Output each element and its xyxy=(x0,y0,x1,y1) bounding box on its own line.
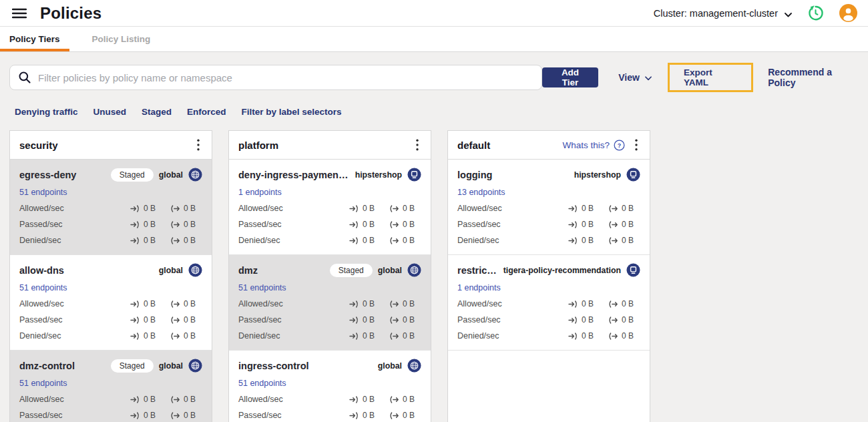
metric-ingress-value: 0 B xyxy=(349,220,381,229)
cluster-selector[interactable]: Cluster: management-cluster xyxy=(654,7,792,19)
ingress-arrow-icon xyxy=(568,300,578,308)
endpoints-link[interactable]: 51 endpoints xyxy=(19,379,67,388)
egress-arrow-icon xyxy=(170,316,180,324)
metric-row: Passed/sec 0 B 0 B xyxy=(457,219,640,230)
metric-egress-value: 0 B xyxy=(608,220,640,229)
view-dropdown-button[interactable]: View xyxy=(618,72,652,83)
policy-card-dmz-control[interactable]: dmz-controlStagedglobal 51 endpointsAllo… xyxy=(10,351,212,422)
egress-arrow-icon xyxy=(170,333,180,340)
policy-card-logging[interactable]: logginghipstershop 13 endpointsAllowed/s… xyxy=(448,160,650,255)
metric-ingress-value: 0 B xyxy=(130,411,162,420)
tier-column-default: defaultWhats this? ? logginghipstershop … xyxy=(447,130,650,422)
tier-menu-button[interactable] xyxy=(194,138,202,152)
tab-policy-listing[interactable]: Policy Listing xyxy=(83,27,160,51)
history-icon[interactable] xyxy=(807,4,825,22)
endpoints-link[interactable]: 13 endpoints xyxy=(457,188,505,197)
metric-ingress-value: 0 B xyxy=(568,204,600,213)
ingress-arrow-icon xyxy=(130,333,140,340)
user-avatar-icon[interactable] xyxy=(839,4,857,22)
metric-row: Passed/sec 0 B 0 B xyxy=(238,410,421,421)
global-scope-icon xyxy=(188,263,202,277)
metric-values: 0 B 0 B xyxy=(130,220,202,229)
metric-egress-value: 0 B xyxy=(389,236,421,245)
policy-meta: global xyxy=(159,263,202,277)
metric-ingress-text: 0 B xyxy=(582,204,594,213)
metric-values: 0 B 0 B xyxy=(349,220,421,229)
metric-values: 0 B 0 B xyxy=(130,236,202,245)
ingress-arrow-icon xyxy=(568,221,578,228)
tab-policy-tiers[interactable]: Policy Tiers xyxy=(0,27,69,51)
policy-name: allow-dns xyxy=(19,265,154,276)
policy-meta: hipstershop xyxy=(574,168,640,182)
policy-card-header: restrictedtigera-policy-recommendation xyxy=(457,263,640,277)
policy-scope-label: global xyxy=(378,266,402,275)
policy-card-deny-ingress-paymentservi[interactable]: deny-ingress-paymentservi…hipstershop 1 … xyxy=(229,160,431,255)
hamburger-menu-icon[interactable] xyxy=(11,5,28,21)
policy-card-allow-dns[interactable]: allow-dnsglobal 51 endpointsAllowed/sec … xyxy=(10,255,212,351)
tier-title: platform xyxy=(238,140,278,151)
metric-row: Passed/sec 0 B 0 B xyxy=(238,219,421,230)
metric-egress-value: 0 B xyxy=(608,315,640,325)
metric-ingress-text: 0 B xyxy=(363,204,375,213)
filter-link-filter-by-label-selectors[interactable]: Filter by label selectors xyxy=(242,107,342,117)
ingress-arrow-icon xyxy=(130,237,140,244)
metric-ingress-value: 0 B xyxy=(568,331,600,341)
metric-ingress-text: 0 B xyxy=(363,331,375,341)
metric-values: 0 B 0 B xyxy=(568,236,640,245)
policy-card-header: egress-denyStagedglobal xyxy=(19,168,202,182)
policy-meta: Stagedglobal xyxy=(330,263,421,277)
policy-card-header: allow-dnsglobal xyxy=(19,263,202,277)
metric-label: Allowed/sec xyxy=(19,299,64,308)
search-icon xyxy=(18,71,31,84)
filter-link-unused[interactable]: Unused xyxy=(93,107,127,117)
recommend-policy-button[interactable]: Recommend a Policy xyxy=(768,67,859,88)
ingress-arrow-icon xyxy=(130,300,140,308)
metric-egress-value: 0 B xyxy=(608,236,640,245)
endpoints-link[interactable]: 51 endpoints xyxy=(238,283,286,292)
policy-card-ingress-control[interactable]: ingress-controlglobal 51 endpointsAllowe… xyxy=(229,351,431,422)
metric-egress-value: 0 B xyxy=(389,315,421,325)
endpoints-link[interactable]: 1 endpoints xyxy=(457,283,501,292)
metric-egress-text: 0 B xyxy=(184,331,196,341)
metric-values: 0 B 0 B xyxy=(568,204,640,213)
filter-link-enforced[interactable]: Enforced xyxy=(187,107,226,117)
metric-ingress-value: 0 B xyxy=(568,220,600,229)
metric-values: 0 B 0 B xyxy=(568,331,640,341)
search-input[interactable] xyxy=(38,72,533,83)
policy-card-egress-deny[interactable]: egress-denyStagedglobal 51 endpointsAllo… xyxy=(10,160,212,255)
metric-egress-value: 0 B xyxy=(170,315,202,325)
global-scope-icon xyxy=(188,359,202,373)
metric-row: Denied/sec 0 B 0 B xyxy=(238,235,421,246)
policy-card-dmz[interactable]: dmzStagedglobal 51 endpointsAllowed/sec … xyxy=(229,255,431,351)
policy-card-header: dmzStagedglobal xyxy=(238,263,421,277)
tier-menu-button[interactable] xyxy=(413,138,421,152)
metric-egress-value: 0 B xyxy=(608,331,640,341)
policy-card-restricted[interactable]: restrictedtigera-policy-recommendation 1… xyxy=(448,255,650,351)
metric-egress-text: 0 B xyxy=(403,395,415,404)
filter-link-staged[interactable]: Staged xyxy=(142,107,172,117)
metric-ingress-text: 0 B xyxy=(363,315,375,325)
ingress-arrow-icon xyxy=(349,205,359,212)
endpoints-link[interactable]: 51 endpoints xyxy=(238,379,286,388)
policy-scope-label: global xyxy=(159,361,183,371)
kebab-menu-icon xyxy=(416,139,419,151)
metric-label: Allowed/sec xyxy=(19,395,64,404)
metric-egress-text: 0 B xyxy=(403,299,415,308)
tier-title: default xyxy=(457,140,490,151)
metric-egress-value: 0 B xyxy=(389,331,421,341)
tier-menu-button[interactable] xyxy=(632,138,640,152)
endpoints-link[interactable]: 1 endpoints xyxy=(238,188,282,197)
metric-egress-value: 0 B xyxy=(608,204,640,213)
whats-this-link[interactable]: Whats this? ? xyxy=(562,140,625,151)
filter-link-denying-traffic[interactable]: Denying traffic xyxy=(15,107,78,117)
metric-label: Allowed/sec xyxy=(238,299,283,308)
egress-arrow-icon xyxy=(389,412,399,419)
top-bar: Policies Cluster: management-cluster xyxy=(0,0,868,26)
policy-card-header: ingress-controlglobal xyxy=(238,359,421,373)
endpoints-link[interactable]: 51 endpoints xyxy=(19,188,67,197)
endpoints-link[interactable]: 51 endpoints xyxy=(19,283,67,292)
policy-name: dmz-control xyxy=(19,361,105,371)
add-tier-button[interactable]: Add Tier xyxy=(542,67,599,87)
export-yaml-button[interactable]: Export YAML xyxy=(668,63,753,92)
metric-egress-text: 0 B xyxy=(184,220,196,229)
